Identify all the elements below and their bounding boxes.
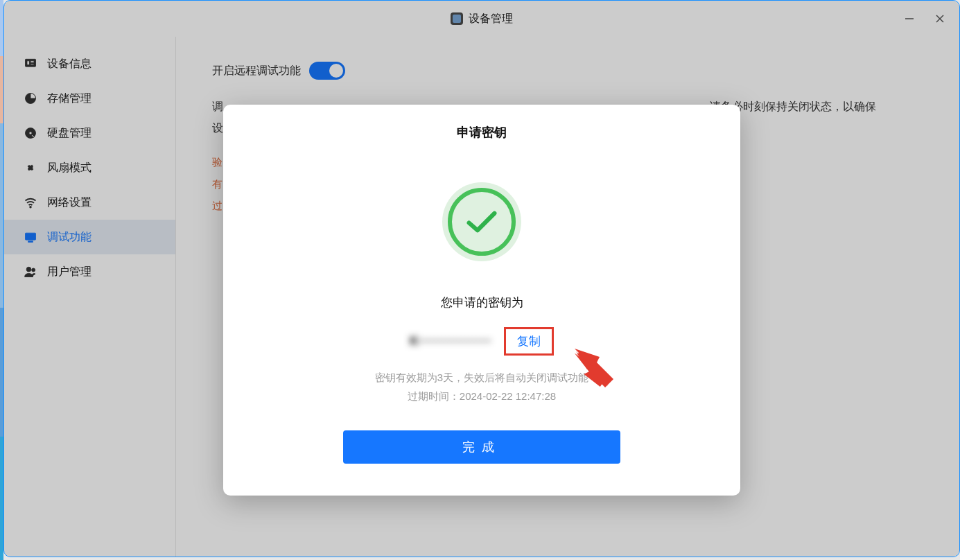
done-button[interactable]: 完成 <box>343 430 620 464</box>
key-value: K··················· <box>410 334 491 349</box>
key-row: K··················· 复制 <box>251 327 713 356</box>
app-window: 设备管理 设备信息 存储管理 <box>3 0 960 557</box>
success-ring <box>448 188 516 256</box>
annotation-arrow-icon <box>573 347 615 389</box>
key-note: 密钥有效期为3天，失效后将自动关闭调试功能 过期时间：2024-02-22 12… <box>251 368 713 405</box>
key-label: 您申请的密钥为 <box>251 295 713 310</box>
apply-key-modal: 申请密钥 您申请的密钥为 K··················· 复制 密钥有… <box>223 105 740 496</box>
success-badge <box>442 182 521 261</box>
check-icon <box>466 210 498 234</box>
copy-button[interactable]: 复制 <box>504 327 554 356</box>
modal-title: 申请密钥 <box>251 124 713 141</box>
modal-overlay: 申请密钥 您申请的密钥为 K··················· 复制 密钥有… <box>4 1 959 557</box>
